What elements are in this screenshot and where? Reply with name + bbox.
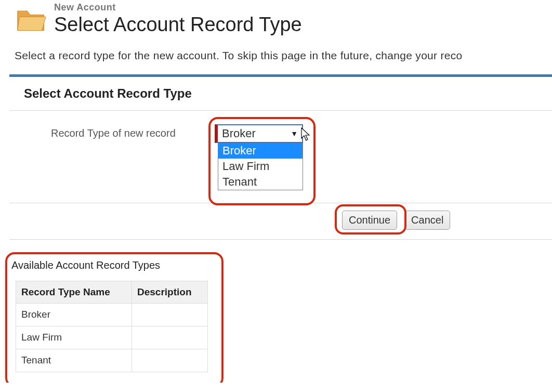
page-title: Select Account Record Type bbox=[54, 14, 302, 36]
record-type-label: Record Type of new record bbox=[9, 124, 215, 139]
table-row: Law Firm bbox=[16, 326, 208, 349]
breadcrumb: New Account bbox=[54, 2, 302, 13]
cell-record-type-name: Tenant bbox=[16, 349, 132, 372]
panel-heading: Select Account Record Type bbox=[9, 77, 552, 111]
instructions-text: Select a record type for the new account… bbox=[0, 36, 552, 67]
button-bar: Continue Cancel bbox=[9, 203, 552, 240]
col-description: Description bbox=[132, 281, 207, 303]
record-type-option[interactable]: Law Firm bbox=[218, 159, 303, 174]
available-types-table: Record Type Name Description BrokerLaw F… bbox=[16, 281, 208, 372]
record-type-options-list: BrokerLaw FirmTenant bbox=[218, 143, 303, 190]
record-type-option[interactable]: Broker bbox=[218, 143, 303, 159]
form-panel: Select Account Record Type Record Type o… bbox=[9, 74, 552, 240]
table-row: Broker bbox=[16, 303, 208, 326]
page-header: New Account Select Account Record Type bbox=[0, 0, 552, 36]
folder-icon bbox=[16, 4, 47, 35]
available-types-heading: Available Account Record Types bbox=[9, 259, 221, 281]
record-type-select[interactable]: Broker ▼ bbox=[215, 124, 303, 143]
record-type-selected-value: Broker bbox=[222, 127, 256, 140]
cell-description bbox=[132, 349, 207, 372]
cancel-button[interactable]: Cancel bbox=[404, 211, 450, 230]
continue-button[interactable]: Continue bbox=[342, 211, 397, 230]
cell-description bbox=[132, 303, 207, 326]
col-record-type-name: Record Type Name bbox=[16, 281, 132, 303]
table-row: Tenant bbox=[16, 349, 208, 372]
cell-record-type-name: Broker bbox=[16, 303, 132, 326]
record-type-row: Record Type of new record Broker ▼ Broke… bbox=[9, 111, 552, 203]
cell-record-type-name: Law Firm bbox=[16, 326, 132, 349]
chevron-down-icon: ▼ bbox=[291, 129, 298, 138]
cell-description bbox=[132, 326, 207, 349]
record-type-option[interactable]: Tenant bbox=[218, 174, 303, 190]
available-types-section: Available Account Record Types Record Ty… bbox=[9, 255, 221, 372]
